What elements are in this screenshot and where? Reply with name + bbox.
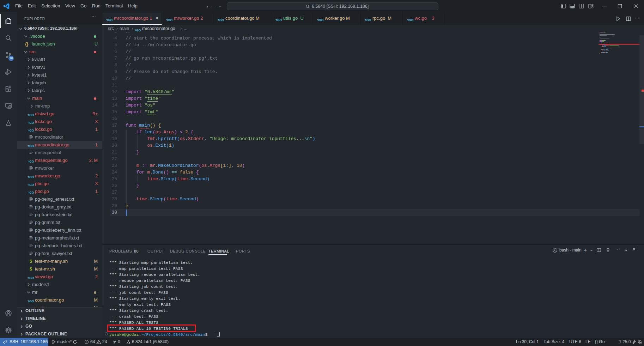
svg-text:GO: GO [319, 18, 324, 22]
svg-text:GO: GO [366, 18, 371, 22]
svg-text:GO: GO [277, 18, 282, 22]
svg-text:GO: GO [108, 18, 113, 22]
svg-text:GO: GO [219, 18, 224, 22]
svg-text:GO: GO [168, 18, 173, 22]
svg-text:GO: GO [136, 29, 141, 32]
svg-text:GO: GO [409, 18, 414, 22]
